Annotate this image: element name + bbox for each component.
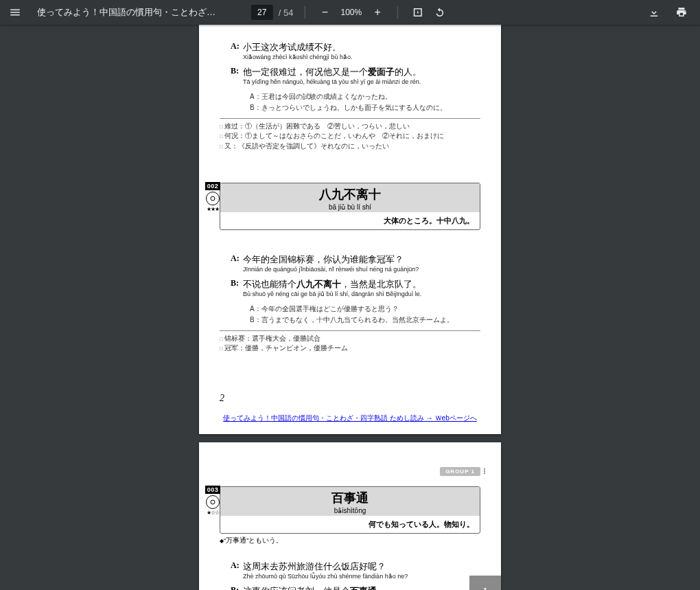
dialog-line: B: 他一定很难过，何况他又是一个爱面子的人。 [231,66,480,78]
print-icon [675,6,688,19]
vocab-line: □冠军：優勝，チャンピオン，優勝チーム [220,343,480,353]
side-tab: I [469,576,501,590]
vocab-line: □锦标赛：選手権大会，優勝試合 [220,334,480,343]
speaker-label: B: [231,66,243,78]
speaker-label: A: [231,560,243,573]
dialog-block: A: 这周末去苏州旅游住什么饭店好呢？ Zhè zhōumò qù Sūzhōu… [231,560,480,590]
ja-line: A：今年の全国選手権はどこが優勝すると思う？ [250,304,480,314]
download-button[interactable] [645,3,663,21]
page-number-input[interactable] [251,5,273,20]
hamburger-icon [9,6,21,19]
star-rating: ★★★ [205,206,221,212]
ja-line: B：言うまでもなく，十中八九当てられるわ。当然北京チームよ。 [250,315,480,325]
chinese-text: 他一定很难过，何况他又是一个爱面子的人。 [243,66,421,78]
dialog-line: B: 这事你应该问老刘，他是个百事通。 [231,585,480,590]
web-link[interactable]: 使ってみよう！中国語の慣用句・ことわざ・四字熟語 ためし読み → Ｗebページへ [220,413,480,423]
toolbar-center: / 54 − 100% + [251,3,449,21]
fit-page-icon [412,6,424,19]
document-title: 使ってみよう！中国語の慣用句・ことわざ・四字... [37,6,215,19]
vocab-block: □难过：①（生活が）困難である ②苦しい，つらい，悲しい □何况：①まして～はな… [220,122,480,151]
dialog-line: A: 这周末去苏州旅游住什么饭店好呢？ [231,560,480,573]
entry-box: 八九不离十 bā jiǔ bù lí shí 大体のところ。十中八九。 [220,183,480,230]
speaker-label: B: [231,278,243,291]
pinyin-text: Tā yídìng hěn nánguò, hékuàng tā yòu shì… [243,78,480,85]
pinyin-text: Bù shuō yě néng cāi ge bā jiǔ bù lí shí,… [243,291,480,297]
pinyin-text: Zhè zhōumò qù Sūzhōu lǚyóu zhù shénme fà… [243,573,480,580]
pdf-toolbar: 使ってみよう！中国語の慣用句・ことわざ・四字... / 54 − 100% + [0,0,700,25]
dialog-line: A: 今年的全国锦标赛，你认为谁能拿冠军？ [231,253,480,266]
cd-icon [206,495,220,509]
chinese-text: 小王这次考试成绩不好。 [243,41,341,54]
fit-page-button[interactable] [409,3,427,21]
entry-header: 百事通 bǎishìtōng [220,487,480,516]
entry-id-wrap: 002 ★★★ [205,181,221,212]
entry-header: 八九不离十 bā jiǔ bù lí shí [220,183,480,212]
entry-meaning: 何でも知っている人。物知り。 [220,516,480,533]
speaker-label: A: [231,41,243,54]
ja-line: A：王君は今回の試験の成績よくなかったね。 [250,92,480,102]
pdf-viewport[interactable]: A: 小王这次考试成绩不好。 Xiǎowáng zhècì kǎoshì ché… [0,25,700,590]
download-icon [648,6,660,19]
japanese-translation: A：王君は今回の試験の成績よくなかったね。 B：きっとつらいでしょうね。しかも面… [250,92,480,113]
page-number: 2 [220,393,480,404]
pdf-page: GROUP 1 003 ★☆☆ 百事通 bǎishìtōng 何でも知っている人… [199,442,501,590]
entry-note: ◆“万事通”ともいう。 [220,536,480,545]
toolbar-left: 使ってみよう！中国語の慣用句・ことわざ・四字... [0,0,215,25]
entry-pinyin: bǎishìtōng [220,507,480,514]
divider [304,6,305,19]
dialog-block: A: 今年的全国锦标赛，你认为谁能拿冠军？ Jīnnián de quánguó… [231,253,480,325]
entry-title: 八九不离十 [220,186,480,203]
divider-line [220,330,480,331]
vocab-line: □又：《反語や否定を強調して》それなのに，いったい [220,141,480,151]
rotate-button[interactable] [431,3,449,21]
star-rating: ★☆☆ [205,510,221,516]
zoom-in-button[interactable]: + [369,3,386,21]
divider [397,6,398,19]
chinese-text: 今年的全国锦标赛，你认为谁能拿冠军？ [243,253,404,266]
dialog-line: A: 小王这次考试成绩不好。 [231,41,480,54]
chinese-text: 不说也能猜个八九不离十，当然是北京队了。 [243,278,421,291]
print-button[interactable] [673,3,690,21]
pdf-page: A: 小王这次考试成绩不好。 Xiǎowáng zhècì kǎoshì ché… [199,25,501,434]
zoom-out-button[interactable]: − [316,3,334,21]
vocab-line: □难过：①（生活が）困難である ②苦しい，つらい，悲しい [220,122,480,131]
chinese-text: 这周末去苏州旅游住什么饭店好呢？ [243,560,386,573]
chinese-text: 这事你应该问老刘，他是个百事通。 [243,585,386,590]
toolbar-right [645,3,700,21]
page-total: / 54 [277,8,294,18]
divider-line [220,118,480,119]
ja-line: B：きっとつらいでしょうね。しかも面子を気にする人なのに。 [250,103,480,113]
speaker-label: B: [231,585,243,590]
group-badge: GROUP 1 [440,467,480,476]
rotate-icon [434,6,446,19]
menu-button[interactable] [3,0,27,25]
dialog-line: B: 不说也能猜个八九不离十，当然是北京队了。 [231,278,480,291]
entry-id: 003 [205,486,221,494]
pinyin-text: Xiǎowáng zhècì kǎoshì chéngjì bù hǎo. [243,54,480,60]
entry-id: 002 [205,182,221,190]
japanese-translation: A：今年の全国選手権はどこが優勝すると思う？ B：言うまでもなく，十中八九当てら… [250,304,480,325]
zoom-level: 100% [338,8,364,17]
entry-box: 百事通 bǎishìtōng 何でも知っている人。物知り。 [220,486,480,534]
speaker-label: A: [231,253,243,266]
entry-title: 百事通 [220,490,480,506]
vocab-line: □何况：①まして～はなおさらのことだ，いわんや ②それに，おまけに [220,131,480,141]
entry-id-wrap: 003 ★☆☆ [205,485,221,516]
entry-block: 002 ★★★ 八九不离十 bā jiǔ bù lí shí 大体のところ。十中… [220,183,480,230]
cd-icon [206,192,220,205]
pinyin-text: Jīnnián de quánguó jǐnbiāosài, nǐ rènwéi… [243,266,480,273]
entry-block: 003 ★☆☆ 百事通 bǎishìtōng 何でも知っている人。物知り。 [220,486,480,534]
dialog-block: A: 小王这次考试成绩不好。 Xiǎowáng zhècì kǎoshì ché… [231,41,480,113]
entry-meaning: 大体のところ。十中八九。 [220,212,480,229]
entry-pinyin: bā jiǔ bù lí shí [220,203,480,211]
vocab-block: □锦标赛：選手権大会，優勝試合 □冠军：優勝，チャンピオン，優勝チーム [220,334,480,354]
